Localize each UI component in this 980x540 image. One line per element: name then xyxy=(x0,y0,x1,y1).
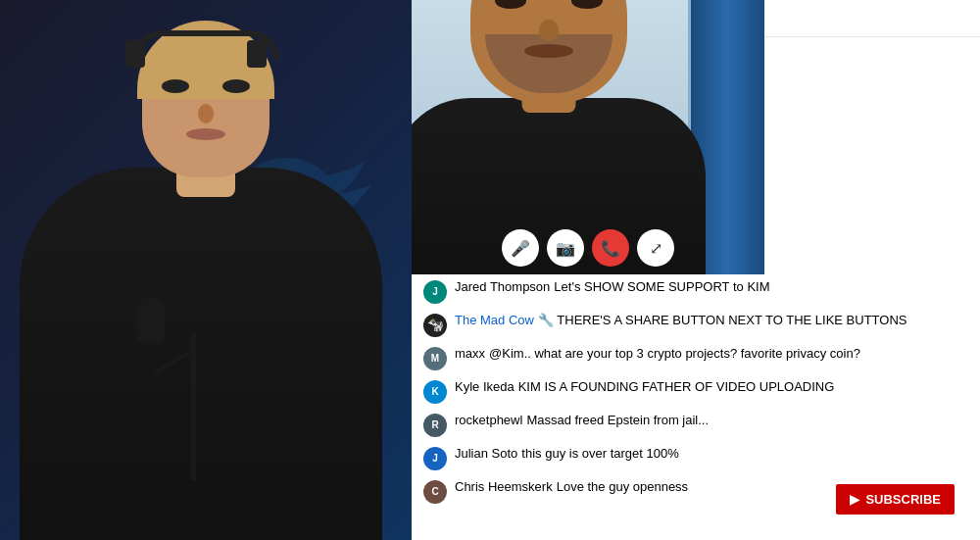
chat-message-content: Julian Sotothis guy is over target 100% xyxy=(455,445,968,463)
chat-avatar: C xyxy=(423,480,447,504)
chat-author: Kyle Ikeda xyxy=(455,379,514,394)
chat-author: maxx xyxy=(455,346,485,361)
chat-avatar: K xyxy=(423,380,447,404)
host-video-panel xyxy=(0,0,412,540)
chat-message-content: The Mad Cow🔧 THERE'S A SHARE BUTTON NEXT… xyxy=(455,312,968,329)
chat-avatar: M xyxy=(423,347,447,370)
chat-message-content: Jared ThompsonLet's SHOW SOME SUPPORT to… xyxy=(455,278,968,296)
chat-text: Love the guy openness xyxy=(557,479,688,494)
video-controls-bar: 🎤 📷 📞 ⤢ xyxy=(502,229,674,267)
chat-avatar: R xyxy=(423,414,447,437)
chat-author: The Mad Cow xyxy=(455,313,534,327)
mute-mic-button[interactable]: 🎤 xyxy=(502,229,539,267)
chat-author: Chris Heemskerk xyxy=(455,479,553,494)
chat-author: Jared Thompson xyxy=(455,279,550,294)
end-call-button[interactable]: 📞 xyxy=(592,229,629,267)
toggle-camera-button[interactable]: 📷 xyxy=(547,229,584,267)
mic-stand xyxy=(191,334,196,481)
subscribe-button[interactable]: ▶ SUBSCRIBE xyxy=(836,484,955,515)
chat-message-10: Mmaxx@Kim.. what are your top 3 crypto p… xyxy=(412,341,980,374)
host-figure xyxy=(0,0,412,540)
chat-text: this guy is over target 100% xyxy=(521,446,678,461)
subscribe-label: SUBSCRIBE xyxy=(865,492,941,507)
chat-message-11: KKyle IkedaKIM IS A FOUNDING FATHER OF V… xyxy=(412,374,980,408)
chat-text: KIM IS A FOUNDING FATHER OF VIDEO UPLOAD… xyxy=(518,379,835,394)
chat-message-content: Kyle IkedaKIM IS A FOUNDING FATHER OF VI… xyxy=(455,378,968,396)
chat-avatar: 🐄 xyxy=(423,314,447,337)
chat-text: Let's SHOW SOME SUPPORT to KIM xyxy=(554,279,769,294)
mic-head xyxy=(137,297,165,344)
chat-avatar: J xyxy=(423,447,447,470)
chat-avatar: J xyxy=(423,280,447,304)
chat-author: rocketphewl xyxy=(455,413,522,427)
chat-text: 🔧 THERE'S A SHARE BUTTON NEXT TO THE LIK… xyxy=(538,313,907,327)
expand-video-button[interactable]: ⤢ xyxy=(637,229,674,267)
video-call-panel: 🎤 📷 📞 ⤢ xyxy=(412,0,764,274)
chat-message-content: rocketphewlMassad freed Epstein from jai… xyxy=(455,412,968,429)
chat-message-13: JJulian Sotothis guy is over target 100% xyxy=(412,441,980,474)
chat-author: Julian Soto xyxy=(455,446,517,461)
chat-text: Massad freed Epstein from jail... xyxy=(526,413,709,427)
chat-message-8: JJared ThompsonLet's SHOW SOME SUPPORT t… xyxy=(412,274,980,308)
subscribe-icon: ▶ xyxy=(850,492,859,507)
chat-message-content: maxx@Kim.. what are your top 3 crypto pr… xyxy=(455,345,968,363)
chat-message-9: 🐄The Mad Cow🔧 THERE'S A SHARE BUTTON NEX… xyxy=(412,308,980,341)
chat-text: @Kim.. what are your top 3 crypto projec… xyxy=(489,346,860,361)
chat-message-12: RrocketphewlMassad freed Epstein from ja… xyxy=(412,408,980,441)
